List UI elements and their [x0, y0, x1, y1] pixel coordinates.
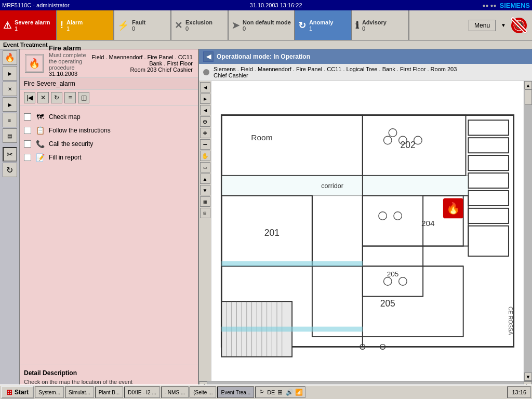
alarm-room: Room 203 Chief Cashier: [92, 66, 193, 73]
fault-count: 0: [132, 25, 145, 32]
proc-first-btn[interactable]: |◀: [24, 92, 35, 103]
collapse-btn[interactable]: ◀: [203, 51, 214, 62]
alarmbar: ⚠ Severe alarm 1 ! Alarm 1 ⚡ Fault 0 ✕ E…: [0, 10, 532, 41]
proc-checkbox-1[interactable]: [24, 113, 31, 121]
map-btn-1[interactable]: ◀: [200, 82, 210, 92]
siemens-area: ●● ●● SIEMENS: [483, 2, 530, 9]
alarm-info-icon: 🔥: [25, 54, 44, 73]
map-btn-2[interactable]: ▶: [200, 94, 210, 104]
scroll-up-btn[interactable]: ▲: [524, 81, 532, 89]
svg-text:205: 205: [387, 270, 399, 278]
map-toolbar: ◀ ▶ ◀ ⊕ + − ✋ ▭ ▲ ▼ ▦ ⊟: [199, 81, 211, 381]
proc-item-label-4: Fill in report: [49, 154, 82, 161]
nondefault-label: Non default mode: [243, 19, 291, 25]
procedure-item-2: 📋 Follow the instructions: [24, 124, 194, 137]
exclusion-count: 0: [185, 25, 212, 32]
scroll-down-btn[interactable]: ▼: [524, 373, 532, 381]
advisory-cell[interactable]: ℹ Advisory 0: [352, 10, 409, 40]
sidebar-refresh-icon[interactable]: ↻: [3, 163, 17, 177]
taskbar-item-0[interactable]: System...: [35, 387, 64, 398]
floor-plan-svg: 202 corridor 201 204 🔥: [211, 81, 524, 381]
menu-dropdown-icon[interactable]: ▼: [501, 22, 506, 28]
svg-text:corridor: corridor: [321, 182, 343, 190]
alarm-info: 🔥 Fire alarm Must complete the operating…: [20, 49, 198, 78]
advisory-icon: ℹ: [355, 20, 359, 31]
anomaly-icon: ↻: [298, 20, 306, 31]
proc-checkbox-3[interactable]: [24, 140, 31, 148]
map-btn-zoom-out[interactable]: −: [200, 139, 210, 150]
severe-alarm-count: 1: [15, 25, 50, 32]
proc-checkbox-2[interactable]: [24, 127, 31, 134]
alarm-label: Alarm: [66, 19, 83, 25]
map-container: ◀ ▶ ◀ ⊕ + − ✋ ▭ ▲ ▼ ▦ ⊟: [199, 81, 532, 381]
map-btn-hand[interactable]: ✋: [200, 151, 210, 161]
nondefault-cell[interactable]: ➤ Non default mode 0: [229, 10, 295, 40]
sidebar-nav-icon-2[interactable]: ✕: [3, 82, 17, 96]
map-btn-zoom-in[interactable]: +: [200, 128, 210, 138]
taskbar-item-5[interactable]: (Seite ...: [190, 387, 216, 398]
main-content: 🔥 ▶ ✕ ▶ ≡ ▤ ✂ ↻ 🔥 Fire alarm Must comple…: [0, 49, 532, 389]
location-sub: Chief Cashier: [214, 72, 248, 78]
exclusion-label: Exclusion: [185, 19, 212, 25]
procedure-item-3: 📞 Call the security: [24, 137, 194, 151]
taskbar-item-3[interactable]: DIXIE - I2 ...: [124, 387, 159, 398]
proc-list-btn[interactable]: ≡: [64, 92, 76, 103]
fault-icon: ⚡: [117, 20, 129, 31]
taskbar-item-1[interactable]: Simulat...: [65, 387, 94, 398]
proc-detail-btn[interactable]: ◫: [78, 92, 89, 103]
advisory-label: Advisory: [362, 19, 387, 25]
severe-alarm-cell[interactable]: ⚠ Severe alarm 1: [0, 10, 57, 40]
fault-cell[interactable]: ⚡ Fault 0: [114, 10, 171, 40]
menu-button[interactable]: Menu: [469, 20, 496, 31]
scrollbar-track[interactable]: [524, 89, 532, 373]
start-button[interactable]: ⊞ Start: [1, 386, 34, 398]
taskbar: ⊞ Start System... Simulat... Plant B... …: [0, 384, 532, 399]
svg-text:205: 205: [380, 298, 395, 309]
taskbar-item-4[interactable]: - NMS ...: [161, 387, 189, 398]
sidebar-fire-icon[interactable]: 🔥: [3, 50, 17, 65]
proc-item-icon-3: 📞: [35, 139, 45, 149]
procedure-item-1: 🗺 Check map: [24, 110, 194, 124]
map-view[interactable]: 202 corridor 201 204 🔥: [211, 81, 524, 381]
proc-refresh-btn[interactable]: ↻: [51, 92, 62, 103]
map-btn-7[interactable]: ⊟: [200, 208, 210, 218]
taskbar-time: 13:16: [507, 387, 531, 398]
map-btn-6[interactable]: ▦: [200, 196, 210, 207]
proc-stop-btn[interactable]: ✕: [37, 92, 49, 103]
map-btn-down[interactable]: ▼: [200, 185, 210, 195]
sidebar-nav-icon-3[interactable]: ▶: [3, 97, 17, 112]
sidebar-nav-icon-4[interactable]: ≡: [3, 113, 17, 127]
svg-rect-68: [221, 261, 362, 267]
proc-item-icon-1: 🗺: [35, 112, 45, 122]
alarm-cell[interactable]: ! Alarm 1: [57, 10, 114, 40]
sidebar-scissors-icon[interactable]: ✂: [3, 147, 17, 162]
procedure-list: 🗺 Check map 📋 Follow the instructions 📞 …: [20, 106, 198, 365]
svg-text:🔥: 🔥: [29, 58, 41, 69]
map-btn-4[interactable]: ⊕: [200, 116, 210, 127]
sidebar-nav-icon-5[interactable]: ▤: [3, 128, 17, 143]
anomaly-count: 1: [309, 25, 333, 32]
anomaly-cell[interactable]: ↻ Anomaly 1: [295, 10, 352, 40]
taskbar-item-2[interactable]: Plant B...: [95, 387, 124, 398]
tray-flag-icon: 🏳: [258, 388, 266, 396]
app-title: MRF5110C - administrator: [2, 2, 70, 8]
left-sidebar: 🔥 ▶ ✕ ▶ ≡ ▤ ✂ ↻: [0, 49, 20, 389]
proc-item-icon-2: 📋: [35, 126, 45, 135]
proc-checkbox-4[interactable]: [24, 154, 31, 161]
location-path: Siemens . Field . Maennendorf . Fire Pan…: [214, 66, 457, 72]
taskbar-item-6[interactable]: Event Trea...: [217, 387, 254, 398]
svg-text:🔕: 🔕: [515, 21, 524, 30]
procedure-toolbar: |◀ ✕ ↻ ≡ ◫: [20, 90, 198, 106]
map-btn-5[interactable]: ▭: [200, 162, 210, 172]
map-scrollbar[interactable]: ▲ ▼: [524, 81, 532, 381]
map-btn-up[interactable]: ▲: [200, 174, 210, 184]
sidebar-nav-icon-1[interactable]: ▶: [3, 66, 17, 81]
anomaly-label: Anomaly: [309, 19, 333, 25]
exclusion-cell[interactable]: ✕ Exclusion 0: [171, 10, 229, 40]
svg-text:CE ROSSA: CE ROSSA: [508, 307, 514, 336]
detail-title: Detail Description: [24, 369, 194, 377]
map-btn-3[interactable]: ◀: [200, 105, 210, 115]
scrollbar-thumb[interactable]: [525, 89, 532, 105]
alarm-bank: Bank . First Floor: [92, 60, 193, 66]
procedure-item-4: 📝 Fill in report: [24, 151, 194, 164]
